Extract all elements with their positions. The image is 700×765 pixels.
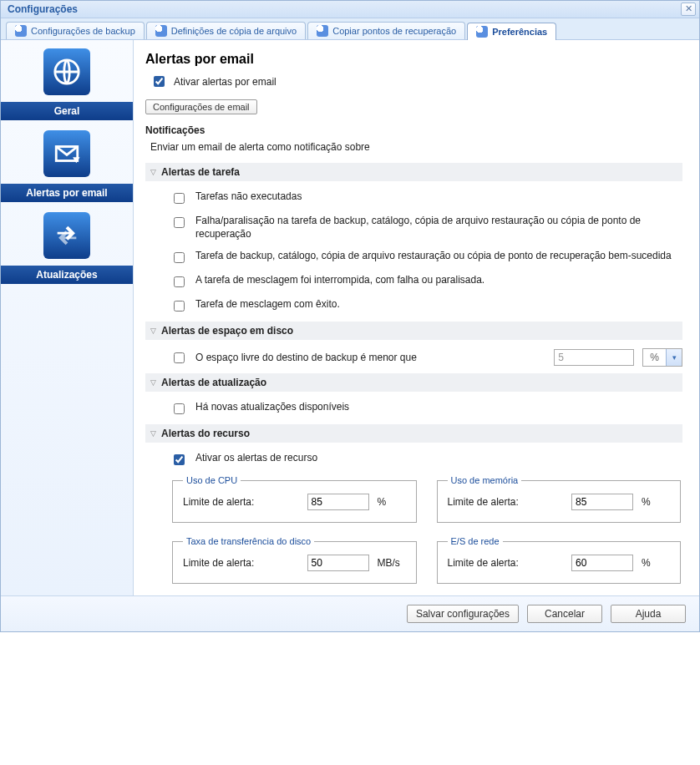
cpu-limit-input[interactable]: [307, 494, 369, 510]
sidebar-item-general[interactable]: Geral: [1, 45, 133, 127]
group-disk-alerts[interactable]: ▽ Alertas de espaço em disco: [145, 322, 682, 340]
task-success-checkbox[interactable]: [174, 252, 185, 263]
tabstrip: Configurações de backup Definições de có…: [1, 18, 699, 40]
enable-resource-alerts-label: Ativar os alertas de recurso: [195, 451, 682, 464]
footer: Salvar configurações Cancelar Ajuda: [1, 595, 699, 631]
help-button[interactable]: Ajuda: [611, 605, 686, 623]
memory-usage-group: Uso de memória Limite de alerta: %: [437, 475, 682, 523]
notifications-heading: Notificações: [145, 124, 682, 136]
chevron-down-icon: ▾: [666, 349, 682, 366]
group-title: Alertas de espaço em disco: [161, 325, 293, 337]
group-title: Alertas de tarefa: [161, 166, 240, 178]
updates-icon: [43, 212, 90, 259]
sidebar-item-updates[interactable]: Atualizações: [1, 209, 133, 291]
enable-resource-alerts-checkbox[interactable]: [174, 454, 185, 465]
notifications-subtitle: Enviar um email de alerta como notificaç…: [150, 141, 682, 153]
disk-free-space-label: O espaço livre do destino de backup é me…: [195, 352, 545, 363]
gear-icon: [476, 26, 488, 38]
cpu-limit-unit: %: [378, 496, 406, 508]
enable-email-alerts-label: Ativar alertas por email: [174, 76, 276, 88]
page-title: Alertas por email: [145, 52, 682, 67]
window-title: Configurações: [8, 3, 78, 15]
body: Geral Alertas por email Atualizações: [1, 40, 699, 595]
sidebar: Geral Alertas por email Atualizações: [1, 40, 134, 595]
disk-limit-unit: MB/s: [378, 557, 406, 569]
net-limit-label: Limite de alerta:: [448, 557, 564, 569]
tab-backup-settings[interactable]: Configurações de backup: [6, 22, 145, 39]
disk-limit-input[interactable]: [307, 555, 369, 571]
merge-success-label: Tarefa de mesclagem com êxito.: [195, 297, 682, 311]
disk-limit-label: Limite de alerta:: [183, 557, 299, 569]
recovery-icon: [317, 25, 328, 37]
memory-usage-legend: Uso de memória: [448, 475, 522, 485]
file-icon: [155, 25, 167, 37]
task-not-run-checkbox[interactable]: [174, 193, 185, 204]
tab-label: Copiar pontos de recuperação: [332, 26, 456, 36]
network-io-legend: E/S de rede: [448, 536, 503, 546]
disk-throughput-legend: Taxa de transferência do disco: [183, 536, 314, 546]
disk-threshold-input[interactable]: [554, 349, 634, 366]
cpu-limit-label: Limite de alerta:: [183, 496, 299, 508]
updates-available-checkbox[interactable]: [174, 403, 185, 414]
save-button[interactable]: Salvar configurações: [407, 605, 519, 623]
disk-free-space-checkbox[interactable]: [174, 352, 185, 363]
settings-window: Configurações ✕ Configurações de backup …: [0, 0, 700, 632]
chevron-down-icon: ▽: [150, 378, 156, 387]
tab-recovery-points[interactable]: Copiar pontos de recuperação: [307, 22, 465, 39]
task-fail-label: Falha/paralisação na tarefa de backup, c…: [195, 214, 682, 241]
cpu-usage-group: Uso de CPU Limite de alerta: %: [172, 475, 417, 523]
group-task-alerts[interactable]: ▽ Alertas de tarefa: [145, 163, 682, 181]
disk-throughput-group: Taxa de transferência do disco Limite de…: [172, 536, 417, 584]
network-io-group: E/S de rede Limite de alerta: %: [437, 536, 682, 584]
chevron-down-icon: ▽: [150, 429, 156, 438]
merge-interrupted-label: A tarefa de mesclagem foi interrompida, …: [195, 273, 682, 286]
task-success-label: Tarefa de backup, catálogo, cópia de arq…: [195, 249, 682, 262]
memory-limit-input[interactable]: [571, 494, 633, 510]
task-not-run-label: Tarefas não executadas: [195, 190, 682, 203]
tab-label: Definições de cópia de arquivo: [171, 26, 297, 36]
group-title: Alertas do recurso: [161, 428, 250, 439]
merge-interrupted-checkbox[interactable]: [174, 276, 185, 287]
globe-icon: [43, 48, 90, 95]
group-update-alerts[interactable]: ▽ Alertas de atualização: [145, 373, 682, 392]
sidebar-item-label: Alertas por email: [26, 187, 107, 199]
task-fail-checkbox[interactable]: [174, 217, 185, 228]
mail-alert-icon: [43, 130, 90, 177]
cancel-button[interactable]: Cancelar: [527, 605, 602, 623]
tab-label: Configurações de backup: [31, 26, 135, 36]
content: Alertas por email Ativar alertas por ema…: [134, 40, 699, 595]
sidebar-item-label: Atualizações: [36, 269, 97, 281]
titlebar: Configurações ✕: [1, 1, 699, 18]
enable-email-alerts-checkbox[interactable]: [154, 76, 165, 87]
group-title: Alertas de atualização: [161, 377, 266, 388]
sidebar-item-email-alerts[interactable]: Alertas por email: [1, 127, 133, 209]
settings-icon: [15, 25, 27, 37]
chevron-down-icon: ▽: [150, 168, 156, 176]
disk-threshold-unit-value: %: [643, 352, 666, 363]
updates-available-label: Há novas atualizações disponíveis: [195, 400, 682, 413]
email-config-button[interactable]: Configurações de email: [145, 99, 257, 114]
memory-limit-label: Limite de alerta:: [448, 496, 564, 508]
merge-success-checkbox[interactable]: [174, 301, 185, 312]
chevron-down-icon: ▽: [150, 327, 156, 335]
sidebar-item-label: Geral: [54, 105, 80, 117]
tab-file-copy-defs[interactable]: Definições de cópia de arquivo: [146, 22, 306, 39]
close-icon[interactable]: ✕: [681, 3, 696, 16]
disk-threshold-unit-select[interactable]: % ▾: [642, 348, 682, 367]
memory-limit-unit: %: [642, 496, 670, 508]
tab-preferences[interactable]: Preferências: [467, 23, 556, 40]
net-limit-unit: %: [642, 557, 670, 569]
cpu-usage-legend: Uso de CPU: [183, 475, 241, 485]
group-resource-alerts[interactable]: ▽ Alertas do recurso: [145, 424, 682, 443]
net-limit-input[interactable]: [571, 555, 633, 571]
tab-label: Preferências: [492, 27, 547, 37]
